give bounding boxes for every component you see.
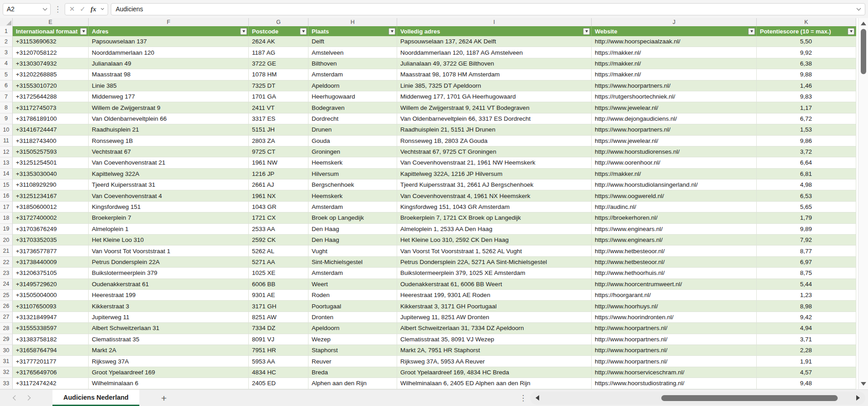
- cell-score[interactable]: 9,86: [757, 136, 856, 146]
- cell-phone[interactable]: +31353030040: [13, 169, 89, 179]
- cell-adres[interactable]: Markt 2A: [89, 345, 249, 356]
- cell-plaats[interactable]: Reuver: [308, 356, 397, 367]
- cell-volledig-adres[interactable]: Linie 385, 7325 DT Apeldoorn: [397, 80, 592, 91]
- cell-plaats[interactable]: Amsterdam: [308, 202, 397, 212]
- scroll-left-icon[interactable]: [536, 395, 539, 401]
- cell-volledig-adres[interactable]: Wilhelminalaan 6, 2405 ED Alphen aan den…: [397, 378, 592, 389]
- cell-plaats[interactable]: Breda: [308, 367, 397, 378]
- cell-postcode[interactable]: 7951 HR: [249, 345, 308, 356]
- cell-phone[interactable]: +31182743400: [13, 136, 89, 146]
- cell-phone[interactable]: +31703676249: [13, 224, 89, 235]
- header-plaats[interactable]: Plaats: [308, 26, 397, 36]
- cell-postcode[interactable]: 1721 CX: [249, 212, 308, 223]
- cell-plaats[interactable]: Roden: [308, 290, 397, 301]
- cell-volledig-adres[interactable]: Almeloplein 1, 2533 AA Den Haag: [397, 224, 592, 235]
- cell-postcode[interactable]: 1961 NW: [249, 157, 308, 168]
- cell-website[interactable]: http://www.hoorpartners.nl/: [592, 345, 757, 356]
- cell-volledig-adres[interactable]: Broekerplein 7, 1721 CX Broek op Langedi…: [397, 212, 592, 223]
- cancel-icon[interactable]: ✕: [69, 5, 75, 13]
- row-header-9[interactable]: 9: [0, 113, 13, 124]
- cell-website[interactable]: https://broekerhoren.nl/: [592, 212, 757, 223]
- cell-adres[interactable]: Ronsseweg 1B: [89, 136, 249, 146]
- cell-phone[interactable]: +31505257593: [13, 146, 89, 157]
- cell-postcode[interactable]: 6006 BB: [249, 279, 308, 290]
- cell-website[interactable]: https://hoorgarant.nl/: [592, 290, 757, 301]
- row-header-6[interactable]: 6: [0, 80, 13, 91]
- cell-score[interactable]: 6,38: [757, 58, 856, 69]
- cell-website[interactable]: http://www.hetbesteoor.nl/: [592, 245, 757, 256]
- cell-phone[interactable]: +31658764794: [13, 345, 89, 356]
- header-volledig-adres[interactable]: Volledig adres: [397, 26, 592, 36]
- cell-postcode[interactable]: 1187 AG: [249, 47, 308, 58]
- cell-score[interactable]: 1,17: [757, 102, 856, 113]
- cell-adres[interactable]: Heerestraat 199: [89, 290, 249, 301]
- cell-score[interactable]: 2,28: [757, 345, 856, 356]
- cell-plaats[interactable]: Broek op Langedijk: [308, 212, 397, 223]
- row-header-32[interactable]: 32: [0, 367, 13, 378]
- cell-volledig-adres[interactable]: Albert Schweitzerlaan 31, 7334 DZ Apeldo…: [397, 323, 592, 334]
- cell-website[interactable]: http://www.hoorpartners.nl/: [592, 356, 757, 367]
- cell-plaats[interactable]: Dordrecht: [308, 113, 397, 124]
- cell-plaats[interactable]: Heemskerk: [308, 190, 397, 201]
- cell-adres[interactable]: Almeloplein 1: [89, 224, 249, 235]
- vertical-scrollbar-thumb[interactable]: [861, 29, 866, 74]
- cell-volledig-adres[interactable]: Papsouwselaan 137, 2624 AK Delft: [397, 36, 592, 47]
- cell-adres[interactable]: Maasstraat 98: [89, 69, 249, 80]
- cell-adres[interactable]: Kingsfordweg 151: [89, 202, 249, 212]
- cell-score[interactable]: 4,94: [757, 323, 856, 334]
- cell-plaats[interactable]: Amsterdam: [308, 69, 397, 80]
- cell-postcode[interactable]: 1701 GA: [249, 91, 308, 102]
- add-sheet-button[interactable]: +: [161, 393, 166, 403]
- cell-volledig-adres[interactable]: Kapittelweg 322A, 1216 JP Hilversum: [397, 169, 592, 179]
- cell-phone[interactable]: +31555338597: [13, 323, 89, 334]
- cell-adres[interactable]: Albert Schweitzerlaan 31: [89, 323, 249, 334]
- cell-volledig-adres[interactable]: Maasstraat 98, 1078 HM Amsterdam: [397, 69, 592, 80]
- column-header-I[interactable]: I: [397, 18, 592, 26]
- cell-website[interactable]: https://www.hoorpartners.nl/: [592, 80, 757, 91]
- cell-volledig-adres[interactable]: Rijksweg 37A, 5953 AA Reuver: [397, 356, 592, 367]
- row-header-4[interactable]: 4: [0, 58, 13, 69]
- cell-score[interactable]: 8,77: [757, 245, 856, 256]
- cell-postcode[interactable]: 1216 JP: [249, 169, 308, 179]
- cell-phone[interactable]: +31206375105: [13, 268, 89, 279]
- cell-phone[interactable]: +31765649706: [13, 367, 89, 378]
- cell-volledig-adres[interactable]: Ronsseweg 1B, 2803 ZA Gouda: [397, 136, 592, 146]
- select-all-corner[interactable]: [0, 18, 13, 26]
- cell-phone[interactable]: +31251234167: [13, 190, 89, 201]
- expand-formula-bar-icon[interactable]: [857, 6, 861, 11]
- cell-volledig-adres[interactable]: Oudenakkerstraat 61, 6006 BB Weert: [397, 279, 592, 290]
- cell-plaats[interactable]: Dronten: [308, 312, 397, 323]
- row-header-3[interactable]: 3: [0, 47, 13, 58]
- cell-plaats[interactable]: Groningen: [308, 146, 397, 157]
- cell-adres[interactable]: Middenweg 177: [89, 91, 249, 102]
- cell-score[interactable]: 1,53: [757, 124, 856, 135]
- cell-plaats[interactable]: Bilthoven: [308, 58, 397, 69]
- cell-adres[interactable]: Wilhelminalaan 6: [89, 378, 249, 389]
- cell-phone[interactable]: +31107650093: [13, 301, 89, 312]
- cell-website[interactable]: https://makker.nl/: [592, 47, 757, 58]
- cell-website[interactable]: http://www.hoorspeciaalzaak.nl/: [592, 36, 757, 47]
- scroll-down-icon[interactable]: [861, 382, 866, 386]
- filter-button[interactable]: [80, 28, 87, 35]
- cell-adres[interactable]: Linie 385: [89, 80, 249, 91]
- cell-plaats[interactable]: Amstelveen: [308, 47, 397, 58]
- column-header-H[interactable]: H: [308, 18, 397, 26]
- cell-score[interactable]: 9,83: [757, 91, 856, 102]
- cell-volledig-adres[interactable]: Middenweg 177, 1701 GA Heerhugowaard: [397, 91, 592, 102]
- cell-plaats[interactable]: Vught: [308, 245, 397, 256]
- cell-volledig-adres[interactable]: Markt 2A, 7951 HR Staphorst: [397, 345, 592, 356]
- row-header-14[interactable]: 14: [0, 169, 13, 179]
- cell-score[interactable]: 1,46: [757, 80, 856, 91]
- cell-adres[interactable]: Rijksweg 37A: [89, 356, 249, 367]
- horizontal-scrollbar-thumb[interactable]: [661, 395, 838, 401]
- cell-score[interactable]: 8,98: [757, 301, 856, 312]
- row-header-28[interactable]: 28: [0, 323, 13, 334]
- cell-score[interactable]: 5,65: [757, 202, 856, 212]
- filter-button[interactable]: [240, 28, 247, 35]
- cell-score[interactable]: 4,57: [757, 367, 856, 378]
- cell-plaats[interactable]: Gouda: [308, 136, 397, 146]
- cell-adres[interactable]: Willem de Zwijgerstraat 9: [89, 102, 249, 113]
- cell-postcode[interactable]: 2405 ED: [249, 378, 308, 389]
- cell-score[interactable]: 9,42: [757, 312, 856, 323]
- cell-phone[interactable]: +31495729620: [13, 279, 89, 290]
